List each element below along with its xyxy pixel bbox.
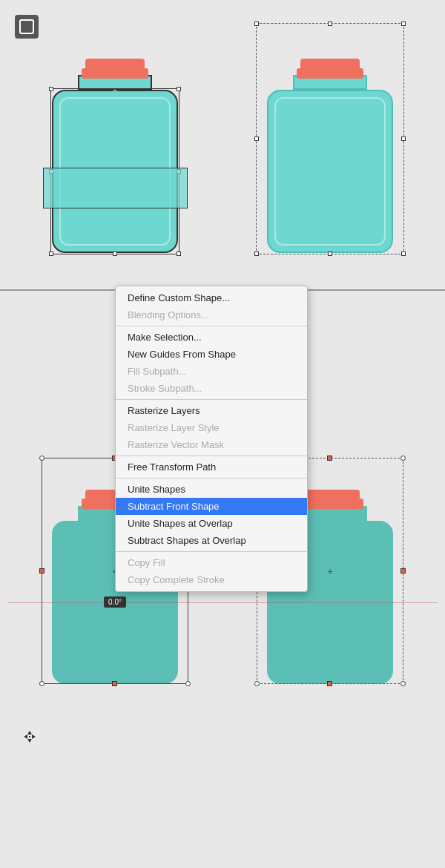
tool-icon [15,15,39,39]
coord-readout-left: 0.0° [104,596,126,608]
r-handle-mr [401,137,406,141]
br-handle-mr [400,568,406,573]
menu-item-copy-complete-stroke: Copy Complete Stroke [116,571,307,588]
handle-tl [49,87,53,91]
br-handle-br [400,681,406,686]
br-handle-bl [254,681,260,686]
menu-item-rasterize-vector-mask: Rasterize Vector Mask [116,436,307,453]
br-handle-tm [327,456,332,461]
menu-sep-3 [116,456,307,456]
menu-sep-2 [116,399,307,400]
jar-body-right [267,90,393,253]
menu-item-unite-shapes[interactable]: Unite Shapes [116,481,307,498]
menu-item-subtract-front[interactable]: Subtract Front Shape [116,498,307,515]
jar-cap-inner-left [82,68,148,79]
jar-cap-left [85,59,145,75]
svg-marker-1 [27,739,32,743]
menu-item-unite-at-overlap[interactable]: Unite Shapes at Overlap [116,515,307,532]
b-handle-tl [39,456,44,461]
menu-item-make-selection[interactable]: Make Selection... [116,329,307,346]
bottom-right-cap [300,490,360,506]
jar-highlight-right [274,97,386,246]
top-canvas-area [0,0,445,289]
left-jar-container [52,59,178,253]
b-handle-bl [39,681,44,686]
menu-item-new-guides[interactable]: New Guides From Shape [116,346,307,363]
menu-sep-4 [116,478,307,479]
menu-item-rasterize-layer-style: Rasterize Layer Style [116,419,307,436]
canvas-area [7,36,438,253]
handle-tr [177,87,181,91]
move-tool-icon [22,729,37,747]
r-handle-tl [254,22,259,26]
menu-item-stroke-subpath: Stroke Subpath... [116,380,307,397]
svg-marker-0 [27,731,32,734]
right-jar-container [267,59,393,253]
tool-icon-inner [19,19,34,34]
menu-item-free-transform[interactable]: Free Transform Path [116,458,307,476]
menu-item-subtract-at-overlap[interactable]: Subtract Shapes at Overlap [116,532,307,549]
menu-item-blending-options: Blending Options... [116,306,307,323]
menu-item-copy-fill: Copy Fill [116,554,307,571]
r-handle-br [401,251,406,256]
menu-item-define-custom-shape[interactable]: Define Custom Shape... [116,289,307,306]
menu-sep-1 [116,326,307,326]
br-handle-tr [400,456,406,461]
context-menu[interactable]: Define Custom Shape... Blending Options.… [115,286,308,592]
svg-rect-4 [29,736,30,737]
r-handle-tm [328,22,332,26]
handle-br [177,251,181,256]
menu-item-fill-subpath: Fill Subpath... [116,363,307,380]
b-handle-ml [39,568,44,573]
b-handle-br [185,681,191,686]
guide-line-right [222,602,438,603]
svg-marker-2 [24,734,27,739]
jar-cap-right [300,59,360,75]
r-handle-bl [254,251,259,256]
menu-item-rasterize-layers[interactable]: Rasterize Layers [116,402,307,419]
r-handle-ml [254,137,259,141]
horizontal-bar-selection [43,168,188,208]
svg-marker-3 [32,734,36,739]
r-handle-tr [401,22,406,26]
handle-bl [49,251,53,256]
jar-cap-inner-right [297,68,363,79]
menu-sep-5 [116,551,307,552]
